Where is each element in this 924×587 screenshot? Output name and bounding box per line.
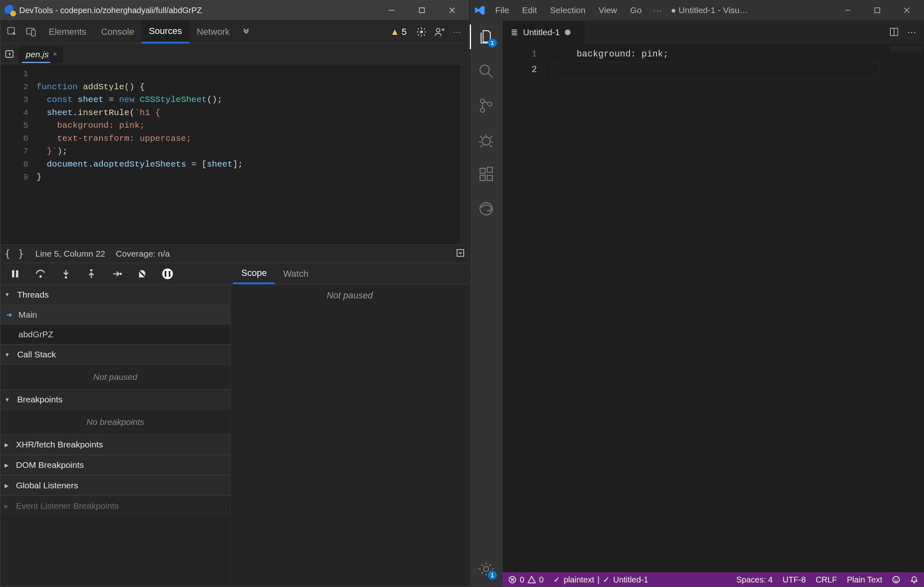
section-dom-breakpoints[interactable]: DOM Breakpoints [0, 455, 230, 475]
step-out-button[interactable] [84, 269, 99, 279]
section-threads[interactable]: Threads [0, 284, 230, 305]
vscode-logo-icon [472, 5, 488, 16]
svg-point-10 [39, 275, 41, 277]
menu-edit[interactable]: Edit [516, 0, 543, 20]
split-editor-icon[interactable] [889, 27, 899, 38]
vscode-maximize-button[interactable] [863, 0, 892, 20]
svg-rect-14 [875, 8, 880, 13]
svg-point-25 [484, 567, 489, 572]
window-minimize-button[interactable] [376, 0, 407, 20]
vscode-menubar: File Edit Selection View Go ··· ● Untitl… [470, 0, 924, 20]
file-tab-label: pen.js [26, 50, 49, 59]
issues-count: 5 [402, 27, 407, 37]
editor-content: background: pink; [552, 44, 668, 572]
svg-point-30 [897, 578, 898, 579]
menu-view[interactable]: View [593, 0, 623, 20]
modified-indicator-icon [565, 29, 571, 35]
close-tab-icon[interactable]: × [53, 50, 57, 59]
activity-bar: 1 1 [470, 20, 503, 587]
status-language-mode[interactable]: Plain Text [847, 575, 882, 585]
activity-explorer-icon[interactable]: 1 [476, 27, 496, 47]
pause-button[interactable] [8, 269, 23, 279]
issues-badge[interactable]: ▲ 5 [390, 27, 407, 37]
thread-main[interactable]: ➔ Main [0, 305, 230, 325]
text-editor[interactable]: 1 2 background: pink; [503, 44, 924, 572]
warning-icon: ▲ [390, 27, 399, 37]
source-code: function addStyle() { const sheet = new … [33, 64, 243, 244]
activity-settings-icon[interactable]: 1 [476, 559, 496, 579]
status-notifications-icon[interactable] [910, 576, 918, 584]
deactivate-breakpoints-button[interactable] [135, 269, 149, 279]
menu-selection[interactable]: Selection [544, 0, 591, 20]
editor-more-icon[interactable]: ⋯ [907, 27, 917, 38]
section-global-listeners[interactable]: Global Listeners [0, 475, 230, 496]
svg-point-15 [480, 65, 489, 75]
status-bar: 0 0 ✓ plaintext | ✓ Untitled-1 Spaces: 4… [503, 572, 924, 587]
editor-tab-untitled-1[interactable]: ≣ Untitled-1 [503, 20, 584, 44]
tab-console[interactable]: Console [94, 20, 142, 43]
activity-debug-icon[interactable] [476, 130, 496, 150]
tab-sources[interactable]: Sources [141, 20, 189, 43]
section-event-listener-breakpoints[interactable]: Event Listener Breakpoints [0, 496, 230, 516]
status-eol[interactable]: CRLF [815, 575, 837, 585]
svg-point-19 [482, 137, 490, 145]
activity-extensions-icon[interactable] [476, 165, 496, 184]
status-problems[interactable]: 0 0 [508, 575, 544, 585]
editor-tab-label: Untitled-1 [523, 27, 560, 37]
svg-rect-22 [487, 176, 493, 181]
vscode-close-button[interactable] [892, 0, 922, 20]
window-close-button[interactable] [437, 0, 467, 20]
inspect-element-icon[interactable] [4, 20, 21, 43]
activity-search-icon[interactable] [476, 61, 496, 81]
status-indent[interactable]: Spaces: 4 [736, 575, 773, 585]
devtools-toolbar: Elements Console Sources Network ▲ 5 ⋯ [0, 20, 469, 44]
menu-overflow-icon[interactable]: ··· [649, 0, 667, 20]
devtools-titlebar[interactable]: DevTools - codepen.io/zoherghadyali/full… [0, 0, 469, 20]
source-editor[interactable]: 1 2 3 4 5 6 7 8 9 function addStyle() { … [0, 64, 469, 244]
status-lang-hint[interactable]: ✓ plaintext | ✓ Untitled-1 [553, 575, 648, 585]
tab-network[interactable]: Network [189, 20, 237, 43]
pause-on-exceptions-button[interactable] [160, 269, 175, 279]
scope-panel: Not paused [231, 284, 469, 587]
step-into-button[interactable] [59, 269, 73, 279]
profile-icon[interactable] [431, 27, 448, 37]
source-statusbar: { } Line 5, Column 22 Coverage: n/a [0, 244, 469, 263]
vscode-minimize-button[interactable] [833, 0, 863, 20]
current-thread-icon: ➔ [6, 310, 14, 319]
menu-go[interactable]: Go [625, 0, 648, 20]
modified-dot-icon: ● [671, 5, 676, 15]
tab-elements[interactable]: Elements [41, 20, 94, 43]
tab-watch[interactable]: Watch [275, 263, 317, 284]
more-icon[interactable]: ⋯ [449, 27, 466, 37]
activity-edge-icon[interactable] [476, 199, 496, 219]
svg-rect-21 [480, 176, 485, 181]
step-over-button[interactable] [33, 269, 48, 279]
status-feedback-icon[interactable] [892, 576, 900, 584]
device-toolbar-icon[interactable] [23, 20, 40, 43]
svg-point-13 [120, 273, 122, 275]
coverage-status: Coverage: n/a [116, 249, 170, 259]
tab-overflow-icon[interactable] [237, 20, 255, 43]
section-call-stack[interactable]: Call Stack [0, 344, 230, 365]
svg-rect-0 [419, 8, 424, 13]
thread-other[interactable]: ➔ abdGrPZ [0, 325, 230, 344]
section-breakpoints[interactable]: Breakpoints [0, 389, 230, 410]
tab-scope[interactable]: Scope [233, 263, 275, 284]
section-xhr-breakpoints[interactable]: XHR/fetch Breakpoints [0, 434, 230, 455]
line-gutter: 1 2 3 4 5 6 7 8 9 [0, 64, 33, 244]
svg-point-28 [893, 576, 899, 583]
settings-icon[interactable] [413, 27, 430, 37]
svg-point-16 [480, 99, 485, 103]
show-console-icon[interactable] [456, 248, 465, 260]
file-tab-pen-js[interactable]: pen.js × [18, 46, 63, 64]
minimap[interactable] [890, 46, 922, 53]
show-navigator-icon[interactable] [0, 44, 18, 64]
activity-source-control-icon[interactable] [476, 96, 496, 115]
menu-file[interactable]: File [489, 0, 515, 20]
pretty-print-icon[interactable]: { } [5, 248, 25, 260]
debugger-sidebar: Threads ➔ Main ➔ abdGrPZ Call Stack Not … [0, 284, 231, 587]
step-button[interactable] [109, 269, 124, 279]
status-encoding[interactable]: UTF-8 [783, 575, 806, 585]
devtools-title: DevTools - codepen.io/zoherghadyali/full… [19, 6, 376, 15]
window-maximize-button[interactable] [407, 0, 437, 20]
